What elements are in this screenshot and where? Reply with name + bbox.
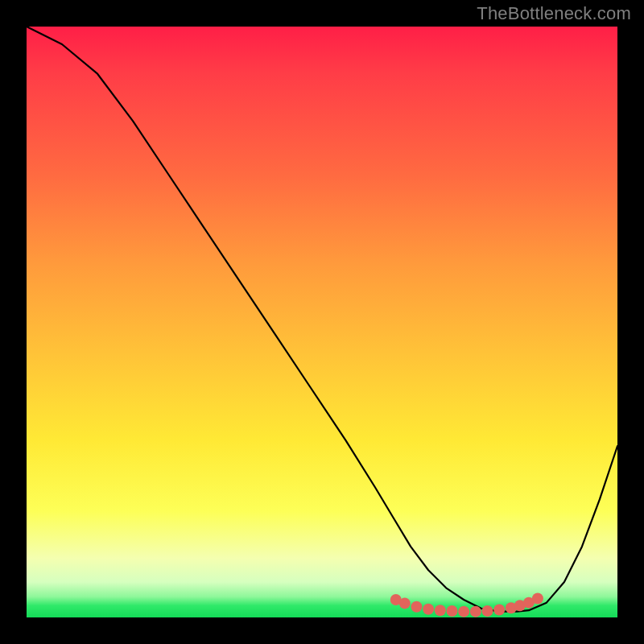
marker-dot xyxy=(446,605,457,617)
curve-line xyxy=(27,27,617,612)
marker-dot xyxy=(411,601,422,613)
marker-dot xyxy=(423,604,434,615)
marker-dot xyxy=(532,593,543,605)
watermark-text: TheBottleneck.com xyxy=(477,3,631,24)
marker-dot xyxy=(399,597,411,609)
marker-group xyxy=(390,593,543,617)
marker-dot xyxy=(482,605,493,617)
marker-dot xyxy=(435,605,446,616)
chart-svg xyxy=(27,27,617,617)
plot-area xyxy=(27,27,617,617)
marker-dot xyxy=(493,604,505,615)
marker-dot xyxy=(458,606,469,617)
marker-dot xyxy=(470,606,481,617)
chart-frame: TheBottleneck.com xyxy=(0,0,644,644)
